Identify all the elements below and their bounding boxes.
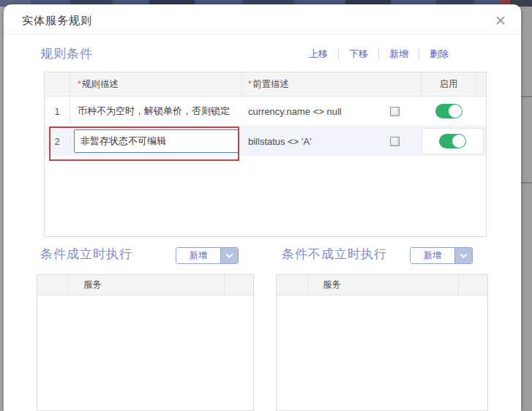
rule-desc-cell[interactable]: 币种不为空时，解锁单价，否则锁定 (70, 105, 242, 118)
gutter-tick (521, 182, 532, 184)
header-enabled-label: 启用 (440, 78, 458, 91)
move-up-button[interactable]: 上移 (299, 48, 338, 61)
table-row-editing[interactable]: 2 billstatus <> 'A' (45, 127, 486, 156)
rule-toolbar: 上移 下移 新增 删除 (299, 48, 459, 61)
header-row-number (37, 275, 69, 295)
add-rule-button[interactable]: 新增 (379, 48, 419, 61)
enable-cell (422, 104, 476, 118)
chevron-down-icon[interactable] (220, 248, 238, 263)
precondition-cell[interactable]: currency.name <> null (242, 106, 422, 117)
move-down-button[interactable]: 下移 (339, 48, 378, 61)
gutter-tick (521, 96, 532, 97)
close-icon[interactable]: ✕ (492, 12, 509, 30)
header-divider (4, 34, 521, 34)
header-enabled: 启用 (422, 72, 476, 96)
header-spacer (224, 275, 253, 295)
true-branch-service-table: 服务 (37, 274, 254, 411)
rules-table: * 规则描述 * 前置描述 启用 1 币种不为空时，解锁单价，否则锁定 curr… (44, 72, 487, 237)
dialog-title: 实体服务规则 (22, 14, 92, 28)
header-precondition: * 前置描述 (242, 72, 422, 96)
add-button-label[interactable]: 新增 (176, 248, 220, 263)
header-spacer (476, 72, 487, 96)
rule-conditions-heading: 规则条件 (40, 45, 93, 62)
header-rule-desc: * 规则描述 (70, 72, 242, 96)
header-spacer (458, 275, 487, 295)
header-service-label: 服务 (308, 275, 458, 295)
false-branch-service-table: 服务 (276, 274, 488, 411)
service-table-header: 服务 (277, 275, 487, 295)
precondition-expression: currency.name <> null (248, 106, 342, 117)
row-number: 2 (45, 127, 70, 156)
delete-rule-button[interactable]: 删除 (419, 48, 459, 61)
precondition-cell[interactable]: billstatus <> 'A' (242, 136, 422, 147)
header-service-label: 服务 (69, 275, 224, 295)
precondition-expression: billstatus <> 'A' (248, 136, 312, 147)
true-branch-add-button[interactable]: 新增 (176, 247, 239, 264)
required-mark: * (78, 79, 81, 89)
table-row[interactable]: 1 币种不为空时，解锁单价，否则锁定 currency.name <> null (45, 97, 486, 127)
rule-desc-cell (70, 129, 242, 153)
background-right-gutter (521, 7, 532, 411)
expand-editor-icon[interactable] (390, 107, 400, 116)
false-branch-heading: 条件不成立时执行 (282, 246, 387, 263)
header-row-number (45, 72, 70, 96)
header-row-number (277, 275, 308, 295)
expand-editor-icon[interactable] (390, 137, 400, 146)
rule-desc-input[interactable] (74, 129, 239, 153)
enable-cell-card (422, 128, 484, 154)
chevron-down-icon[interactable] (454, 248, 472, 263)
enable-toggle-on[interactable] (435, 104, 462, 118)
rules-table-header: * 规则描述 * 前置描述 启用 (45, 72, 486, 97)
true-branch-heading: 条件成立时执行 (40, 246, 132, 263)
enable-toggle-on[interactable] (439, 134, 466, 148)
entity-service-rules-dialog: 实体服务规则 ✕ 规则条件 上移 下移 新增 删除 * 规则描述 * 前置描述 … (4, 4, 521, 411)
service-table-header: 服务 (37, 275, 253, 295)
header-rule-desc-label: 规则描述 (82, 78, 119, 91)
row-number: 1 (45, 97, 70, 126)
required-mark: * (248, 79, 252, 89)
header-precondition-label: 前置描述 (252, 78, 289, 91)
false-branch-add-button[interactable]: 新增 (410, 247, 473, 264)
add-button-label[interactable]: 新增 (411, 248, 454, 263)
